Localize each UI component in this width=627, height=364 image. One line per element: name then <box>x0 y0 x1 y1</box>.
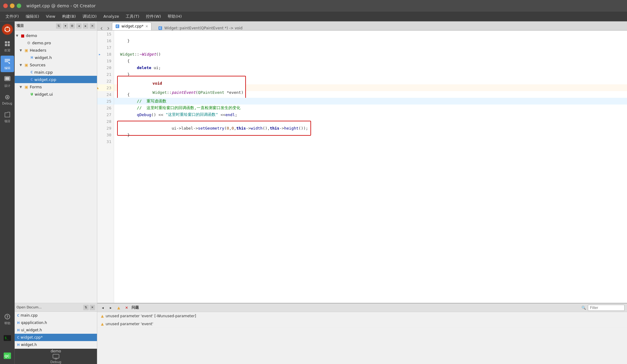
folder-icon: ■ <box>21 33 24 38</box>
minimize-button[interactable] <box>10 3 15 8</box>
ln-25: 25 <box>97 98 114 105</box>
ln-24: 24 <box>97 91 114 98</box>
code-editor[interactable]: 15 16 17 18 19 20 21 22 ▲ 23 24 25 26 27 <box>97 31 627 303</box>
tab-fn-icon: C <box>158 26 162 30</box>
code-line-20: delete ui; <box>114 64 627 71</box>
doc-qapplication-h[interactable]: H qapplication.h <box>15 319 97 326</box>
nav-prev[interactable]: ◂ <box>76 23 82 29</box>
code-line-15 <box>114 31 627 37</box>
project-icon <box>4 111 11 118</box>
welcome-label: 欢迎 <box>4 48 10 53</box>
svg-rect-6 <box>5 44 7 46</box>
sidebar-item-project[interactable]: 项目 <box>1 109 14 125</box>
nav-next[interactable]: ▸ <box>83 23 88 29</box>
code-content[interactable]: ▲ } Widget::~Widget() <box>114 31 627 303</box>
issues-list: ▲ unused parameter 'event' [-Wunused-par… <box>97 312 627 364</box>
open-docs-close[interactable]: ✕ <box>90 305 95 310</box>
tab-prev[interactable] <box>98 27 105 30</box>
svg-rect-10 <box>5 61 8 62</box>
tree-item-headers[interactable]: ▼ ▣ Headers <box>15 46 97 54</box>
svg-point-2 <box>5 30 6 31</box>
terminal-icon: $_ <box>4 334 11 342</box>
close-button[interactable] <box>3 3 8 8</box>
doc-main-cpp[interactable]: C main.cpp <box>15 312 97 319</box>
design-icon <box>4 75 11 83</box>
code-line-23: void Widget::paintEvent(QPaintEvent *eve… <box>114 84 627 91</box>
ln-28: 28 <box>97 118 114 125</box>
menu-controls[interactable]: 控件(W) <box>143 13 164 20</box>
tree-item-sources[interactable]: ▼ ▣ Sources <box>15 61 97 68</box>
filter-input[interactable] <box>588 305 625 311</box>
tree-item-widget-ui[interactable]: U widget.ui <box>15 90 97 98</box>
menu-file[interactable]: 文件(F) <box>2 13 22 20</box>
code-line-29: ui->label->setGeometry(0,0,this->width()… <box>114 125 627 131</box>
svg-rect-8 <box>5 59 10 60</box>
tab-close-btn[interactable]: ✕ <box>145 24 148 28</box>
issue-warning-icon: ▲ <box>116 306 122 310</box>
sidebar-item-edit[interactable]: 编辑 <box>1 56 14 72</box>
window-controls[interactable] <box>3 3 21 8</box>
menu-view[interactable]: View <box>43 13 58 20</box>
issue-prev[interactable]: ◂ <box>100 306 106 310</box>
tree-item-widget-cpp[interactable]: C widget.cpp <box>15 76 97 83</box>
doc-widget-h[interactable]: H widget.h <box>15 341 97 348</box>
cpp-icon: C <box>31 71 33 74</box>
open-docs-sync[interactable]: ⇅ <box>83 305 89 310</box>
doc-ui-widget-h[interactable]: H ui_widget.h <box>15 326 97 334</box>
edit-icon <box>4 58 11 65</box>
project-panel: 项目 ⇅ ▾ ⚙ ◂ ▸ ✕ ▼ ■ demo ⚙ demo.pro ▼ <box>15 21 97 364</box>
ln-31: 31 <box>97 138 114 145</box>
sync-btn[interactable]: ⇅ <box>56 23 61 29</box>
tree-item-forms[interactable]: ▼ ▣ Forms <box>15 83 97 90</box>
sidebar-item-welcome[interactable]: 欢迎 <box>1 38 14 54</box>
tab-next[interactable] <box>105 27 111 30</box>
sidebar-item-debug[interactable]: Debug <box>1 91 14 108</box>
title-bar: widget.cpp @ demo - Qt Creator <box>0 0 627 12</box>
issue-item-0[interactable]: ▲ unused parameter 'event' [-Wunused-par… <box>97 312 627 320</box>
project-panel-toolbar: 项目 ⇅ ▾ ⚙ ◂ ▸ ✕ <box>15 21 97 31</box>
code-line-26: // 这里时重绘窗口的回调函数,一直检测窗口发生的变化 <box>114 105 627 111</box>
menu-help[interactable]: 帮助(H) <box>165 13 185 20</box>
doc-h-icon3: H <box>17 343 20 347</box>
svg-rect-20 <box>53 354 59 358</box>
ln-26: 26 <box>97 105 114 111</box>
sidebar-item-qc[interactable]: QC <box>1 347 14 364</box>
main-layout: 欢迎 编辑 设计 Debug 项目 <box>0 21 627 364</box>
tree-item-demopro[interactable]: ⚙ demo.pro <box>15 39 97 46</box>
project-tree: ▼ ■ demo ⚙ demo.pro ▼ ▣ Headers H widget… <box>15 31 97 303</box>
sidebar-item-help[interactable]: ? 帮助 <box>1 311 14 327</box>
maximize-button[interactable] <box>17 3 21 8</box>
design-label: 设计 <box>4 84 10 88</box>
tree-item-main-cpp[interactable]: C main.cpp <box>15 68 97 76</box>
menu-edit[interactable]: 编辑(E) <box>23 13 42 20</box>
filter-btn[interactable]: ▾ <box>63 23 68 29</box>
menu-build[interactable]: 构建(B) <box>59 13 79 20</box>
line-numbers: 15 16 17 18 19 20 21 22 ▲ 23 24 25 26 27 <box>97 31 114 303</box>
close-panel[interactable]: ✕ <box>90 23 95 29</box>
open-docs-panel: Open Docum... ⇅ ✕ C main.cpp H qapplicat… <box>15 303 97 364</box>
open-docs-title: Open Docum... <box>17 305 42 309</box>
code-line-24: { <box>114 91 627 98</box>
edit-label: 编辑 <box>4 66 10 70</box>
code-line-19: { <box>114 57 627 64</box>
svg-rect-7 <box>8 44 10 46</box>
tab-widget-cpp[interactable]: C widget.cpp* ✕ <box>112 22 151 30</box>
debug-label: Debug <box>2 102 12 105</box>
footer-project: demo <box>50 349 61 353</box>
project-label: 项目 <box>4 119 10 123</box>
sidebar-item-design[interactable]: 设计 <box>1 73 14 90</box>
menu-analyze[interactable]: Analyze <box>100 13 122 20</box>
issue-warning-0: ▲ <box>101 314 104 318</box>
function-breadcrumb-tab: C Widget::paintEvent(QPaintEvent *) -> v… <box>154 26 246 30</box>
issue-next[interactable]: ▸ <box>108 306 114 310</box>
sidebar-item-terminal[interactable]: $_ <box>1 330 14 346</box>
tree-item-widget-h[interactable]: H widget.h <box>15 54 97 61</box>
menu-debug[interactable]: 调试(D) <box>80 13 100 20</box>
issue-item-1[interactable]: ▲ unused parameter 'event' <box>97 320 627 328</box>
svg-rect-4 <box>5 41 7 43</box>
doc-widget-cpp[interactable]: C widget.cpp* <box>15 334 97 341</box>
tree-item-demo[interactable]: ▼ ■ demo <box>15 32 97 39</box>
menu-tools[interactable]: 工具(T) <box>123 13 142 20</box>
svg-text:?: ? <box>6 315 8 319</box>
settings-btn[interactable]: ⚙ <box>69 23 75 29</box>
